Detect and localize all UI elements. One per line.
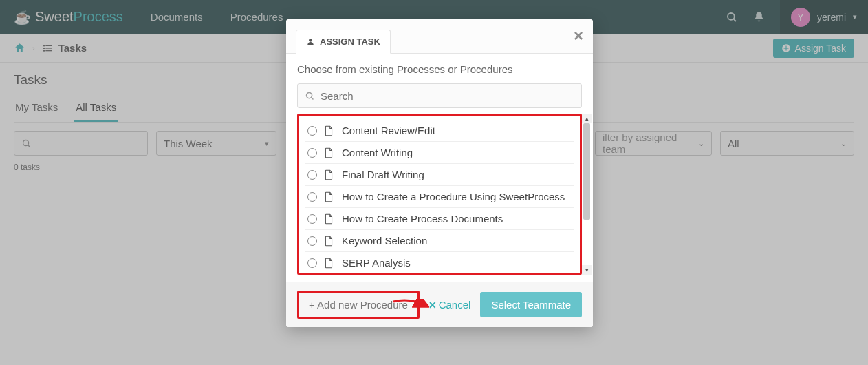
modal-body: Choose from existing Processes or Proced… [286,54,593,282]
select-teammate-label: Select Teammate [491,299,571,311]
procedure-label: Keyword Selection [342,235,427,247]
procedure-label: Final Draft Writing [342,169,424,180]
modal-tab-label: ASSIGN TASK [320,36,380,47]
document-icon [324,258,335,269]
procedure-label: Content Writing [342,147,413,158]
procedure-label: SERP Analysis [342,257,411,269]
procedure-label: Content Review/Edit [342,125,435,136]
procedure-label: How to Create Process Documents [342,213,503,225]
modal-search-field[interactable] [321,90,574,102]
scroll-up-arrow[interactable]: ▴ [582,114,592,123]
modal-header: ASSIGN TASK × [286,19,593,54]
document-icon [324,169,335,180]
add-new-procedure-label: + Add new Procedure [309,299,408,311]
procedure-row[interactable]: How to Create Process Documents [305,208,574,230]
procedure-row[interactable]: Content Review/Edit [305,120,574,142]
modal-search-input[interactable] [297,83,582,108]
document-icon [324,213,335,225]
document-icon [324,147,335,158]
radio-button[interactable] [307,148,317,158]
close-icon[interactable]: × [574,28,583,44]
svg-point-13 [309,39,312,42]
radio-button[interactable] [307,214,317,224]
radio-button[interactable] [307,170,317,180]
procedure-list-highlight: Content Review/EditContent WritingFinal … [297,114,582,275]
radio-button[interactable] [307,236,317,246]
modal-footer: + Add new Procedure ✕ Cancel Select Team… [286,282,593,327]
procedure-row[interactable]: How to Create a Procedure Using SweetPro… [305,186,574,208]
cancel-label: Cancel [439,299,471,311]
person-icon [306,37,315,46]
search-icon [305,91,315,101]
document-icon [324,191,335,202]
procedure-row[interactable]: Final Draft Writing [305,164,574,186]
scrollbar[interactable]: ▴ ▾ [582,114,592,275]
svg-point-14 [307,92,312,98]
procedure-row[interactable]: Keyword Selection [305,230,574,252]
procedure-row[interactable]: Content Writing [305,142,574,164]
radio-button[interactable] [307,258,317,268]
modal-description: Choose from existing Processes or Proced… [297,63,582,75]
document-icon [324,236,335,247]
modal-tab: ASSIGN TASK [296,30,391,54]
add-new-procedure-button[interactable]: + Add new Procedure [297,291,420,319]
svg-line-15 [312,97,314,99]
select-teammate-button[interactable]: Select Teammate [480,292,582,317]
radio-button[interactable] [307,126,317,136]
procedure-label: How to Create a Procedure Using SweetPro… [342,191,565,202]
procedure-row[interactable]: SERP Analysis [305,252,574,273]
radio-button[interactable] [307,192,317,202]
procedure-list-container: Content Review/EditContent WritingFinal … [297,114,582,275]
document-icon [324,125,335,136]
cancel-button[interactable]: ✕ Cancel [428,299,471,311]
scroll-down-arrow[interactable]: ▾ [582,265,592,275]
scroll-thumb[interactable] [583,123,590,220]
x-icon: ✕ [428,300,437,311]
assign-task-modal: ASSIGN TASK × Choose from existing Proce… [286,19,593,327]
